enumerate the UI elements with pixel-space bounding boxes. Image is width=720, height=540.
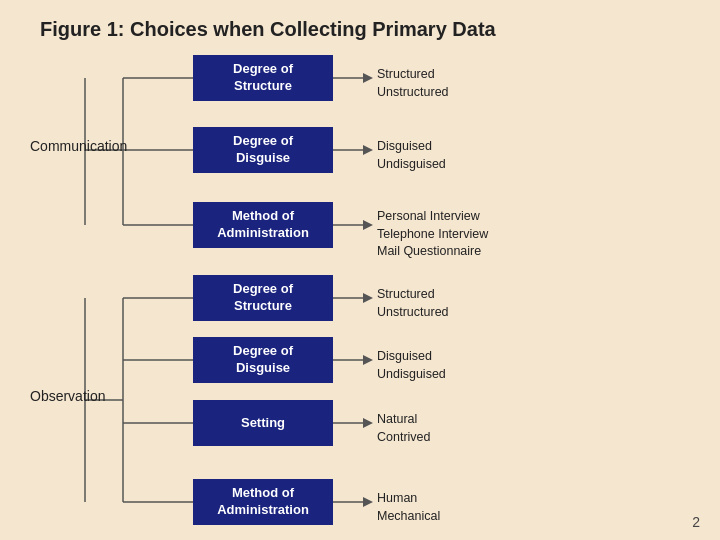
- svg-marker-14: [363, 73, 373, 83]
- comm-box-degree-structure: Degree of Structure: [193, 55, 333, 101]
- obs-right-4: Human Mechanical: [377, 490, 440, 525]
- observation-label: Observation: [30, 388, 105, 404]
- page-title: Figure 1: Choices when Collecting Primar…: [0, 0, 720, 41]
- svg-marker-22: [363, 355, 373, 365]
- obs-box-method-admin: Method of Administration: [193, 479, 333, 525]
- svg-marker-16: [363, 145, 373, 155]
- svg-marker-18: [363, 220, 373, 230]
- obs-box-degree-structure: Degree of Structure: [193, 275, 333, 321]
- comm-box-degree-disguise: Degree of Disguise: [193, 127, 333, 173]
- svg-marker-24: [363, 418, 373, 428]
- obs-right-3: Natural Contrived: [377, 411, 431, 446]
- page-number: 2: [692, 514, 700, 530]
- obs-right-2: Disguised Undisguised: [377, 348, 446, 383]
- obs-box-setting: Setting: [193, 400, 333, 446]
- svg-marker-26: [363, 497, 373, 507]
- svg-marker-20: [363, 293, 373, 303]
- comm-right-1: Structured Unstructured: [377, 66, 449, 101]
- communication-label: Communication: [30, 138, 127, 154]
- comm-right-2: Disguised Undisguised: [377, 138, 446, 173]
- comm-right-3: Personal Interview Telephone Interview M…: [377, 208, 488, 261]
- obs-box-degree-disguise: Degree of Disguise: [193, 337, 333, 383]
- obs-right-1: Structured Unstructured: [377, 286, 449, 321]
- comm-box-method-admin: Method of Administration: [193, 202, 333, 248]
